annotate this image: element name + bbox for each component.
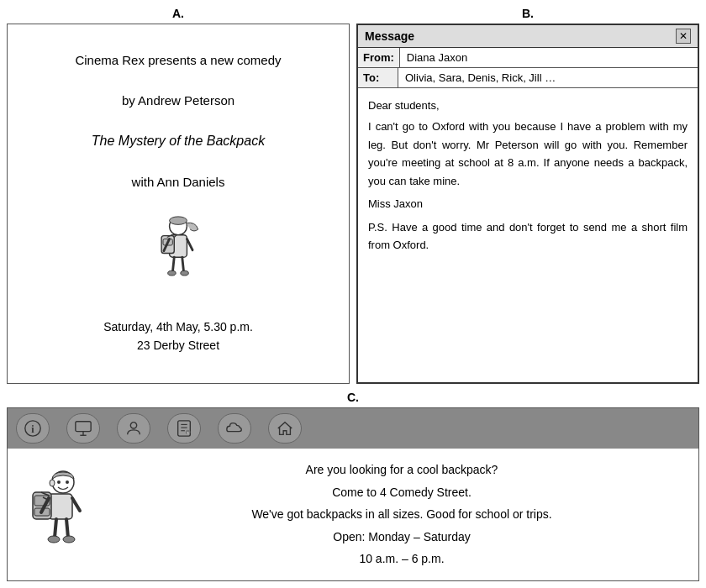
advert-text: Are you looking for a cool backpack? Com… [117,459,687,570]
body-paragraph-1: I can't go to Oxford with you because I … [368,118,688,190]
info-icon-button[interactable]: i [16,413,50,444]
close-button[interactable]: ✕ [676,29,691,44]
section-b: Message ✕ From: Diana Jaxon To: Olivia, … [356,24,699,384]
character-a-illustration [145,215,212,291]
svg-line-9 [172,258,174,273]
svg-line-8 [187,239,192,250]
section-c-label: C. [347,391,359,404]
document-icon-button[interactable]: $ [167,413,201,444]
monitor-icon-button[interactable] [66,413,100,444]
section-b-label: B. [522,7,534,20]
main-container: A. Cinema Rex presents a new comedy by A… [0,0,706,588]
section-b-wrapper: B. Message ✕ From: Diana Jaxon To: Olivi… [356,7,699,384]
cloud-icon [225,419,244,438]
character-c-illustration [19,469,103,561]
toolbar: i $ [8,408,698,449]
cinema-title: Cinema Rex presents a new comedy [75,53,281,67]
section-a-label: A. [172,7,184,20]
svg-point-38 [63,536,75,543]
svg-rect-29 [49,494,72,519]
movie-details: Saturday, 4th May, 5.30 p.m. 23 Derby St… [103,318,253,355]
advert-line-5: 10 a.m. – 6 p.m. [117,548,687,570]
document-icon: $ [175,419,193,438]
message-header: Message ✕ [358,25,698,48]
from-label: From: [358,48,400,67]
author-text: by Andrew Peterson [122,93,234,108]
cloud-icon-button[interactable] [218,413,251,444]
svg-point-27 [57,480,61,484]
from-row: From: Diana Jaxon [358,48,698,68]
svg-line-35 [55,519,56,538]
svg-rect-15 [76,422,91,432]
salutation: Dear students, [368,97,688,114]
top-row: A. Cinema Rex presents a new comedy by A… [7,7,699,384]
svg-point-26 [50,480,55,486]
message-window-title: Message [365,29,414,43]
home-icon-button[interactable] [268,413,302,444]
to-row: To: Olivia, Sara, Denis, Rick, Jill … [358,68,698,88]
to-label: To: [358,68,398,87]
signature: Miss Jaxon [368,195,688,213]
section-a: Cinema Rex presents a new comedy by Andr… [7,24,350,384]
svg-text:i: i [31,423,34,435]
svg-point-1 [170,217,187,224]
to-value: Olivia, Sara, Denis, Rick, Jill … [398,68,698,87]
person-icon [124,419,143,438]
svg-point-12 [181,271,188,276]
svg-line-36 [66,519,68,538]
message-body: Dear students, I can't go to Oxford with… [358,88,698,382]
section-a-wrapper: A. Cinema Rex presents a new comedy by A… [7,7,350,384]
advert-line-4: Open: Monday – Saturday [117,526,687,549]
movie-title: The Mystery of the Backpack [92,134,265,149]
svg-point-37 [48,536,60,543]
bottom-row: C. i $ [7,391,699,581]
info-icon: i [24,419,42,438]
svg-point-28 [66,480,69,484]
section-c: i $ [7,407,699,581]
svg-point-18 [130,423,136,428]
ps-text: P.S. Have a good time and don't forget t… [368,218,688,255]
advert-line-2: Come to 4 Comedy Street. [117,481,687,504]
person-icon-button[interactable] [117,413,150,444]
svg-line-10 [182,258,184,273]
svg-line-34 [72,498,80,511]
svg-point-11 [168,271,176,276]
from-value: Diana Jaxon [400,48,698,67]
monitor-icon [74,419,92,438]
section-c-content: Are you looking for a cool backpack? Com… [8,449,698,580]
home-icon [276,419,294,438]
advert-line-1: Are you looking for a cool backpack? [117,459,687,481]
with-actor: with Ann Daniels [132,175,225,189]
advert-line-3: We've got backpacks in all sizes. Good f… [117,503,687,526]
